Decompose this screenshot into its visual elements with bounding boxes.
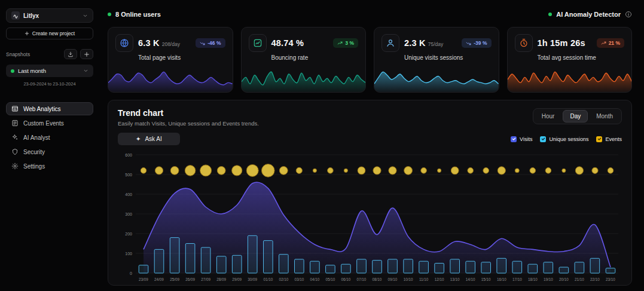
trend-subtitle: Easily match Visits, Unique sessions and…	[118, 120, 259, 127]
sidebar-item-web-analytics[interactable]: Web Analytics	[6, 102, 93, 115]
online-users-label: 8 Online users	[115, 11, 161, 18]
sidebar-nav: Web Analytics Custom Events AI Analyst S…	[6, 102, 93, 173]
sidebar-item-label: Settings	[23, 163, 45, 170]
create-project-label: Create new project	[32, 30, 75, 36]
range-button-day[interactable]: Day	[563, 110, 588, 122]
svg-text:08/10: 08/10	[373, 277, 382, 281]
svg-text:06/10: 06/10	[341, 277, 351, 281]
svg-text:12/10: 12/10	[435, 277, 444, 281]
legend-item-visits[interactable]: Visits	[511, 136, 532, 142]
sidebar-item-ai-analyst[interactable]: AI Analyst	[6, 131, 93, 144]
ask-ai-button[interactable]: ✦ Ask AI	[118, 133, 180, 145]
sidebar: Litlyx Create new project Snapshots Last…	[0, 0, 99, 291]
stat-value: 1h 15m 26s	[538, 38, 585, 48]
stat-cards-row: 6.3 K 208/day -46 % Total page visits 4	[108, 27, 632, 93]
svg-text:17/10: 17/10	[512, 277, 522, 281]
project-name: Litlyx	[23, 13, 79, 19]
legend-item-events[interactable]: Events	[596, 136, 622, 142]
svg-text:03/10: 03/10	[294, 277, 304, 281]
timer-icon	[515, 34, 533, 52]
trend-down-icon	[466, 41, 471, 46]
custom-events-icon	[11, 120, 19, 127]
stat-value: 48.74 %	[271, 38, 304, 48]
svg-text:23/10: 23/10	[606, 277, 615, 281]
stat-per-day: 208/day	[162, 41, 180, 47]
svg-text:28/09: 28/09	[216, 277, 226, 281]
stat-card-bouncing-rate: 48.74 % 3 % Bouncing rate	[241, 27, 367, 93]
info-icon[interactable]	[625, 11, 632, 18]
stat-value: 2.3 K	[404, 38, 426, 48]
ask-ai-label: Ask AI	[145, 136, 161, 142]
bounce-icon	[249, 34, 267, 52]
trend-chart-svg: 010020030040050060023/0924/0925/0926/092…	[118, 150, 623, 283]
web-analytics-icon	[11, 105, 19, 112]
svg-text:15/10: 15/10	[481, 277, 491, 281]
plus-icon	[25, 31, 29, 36]
stat-badge: 3 %	[333, 38, 358, 48]
snapshot-period-select[interactable]: Last month	[6, 65, 93, 77]
svg-text:500: 500	[125, 173, 132, 177]
visits-checkbox[interactable]	[511, 136, 517, 142]
sidebar-item-label: AI Analyst	[23, 134, 50, 141]
download-snapshot-button[interactable]	[64, 49, 77, 59]
topbar: 8 Online users AI Anomaly Detector	[108, 11, 632, 18]
stat-label: Bouncing rate	[271, 54, 366, 61]
online-status-dot	[108, 13, 111, 16]
svg-text:600: 600	[125, 153, 132, 157]
project-selector[interactable]: Litlyx	[6, 8, 93, 23]
chevron-down-icon	[83, 68, 88, 73]
card-sparkline-3	[508, 66, 632, 92]
card-sparkline-0	[108, 66, 233, 92]
stat-badge: 21 %	[597, 38, 624, 48]
check-icon	[512, 137, 516, 141]
litlyx-logo	[11, 11, 20, 20]
range-button-hour[interactable]: Hour	[535, 110, 562, 122]
snapshots-label: Snapshots	[6, 51, 61, 57]
card-sparkline-2	[374, 66, 499, 92]
svg-text:10/10: 10/10	[404, 277, 413, 281]
chevron-down-icon	[83, 13, 88, 19]
trend-panel: Trend chart Easily match Visits, Unique …	[108, 100, 632, 286]
snapshot-date-range: 23-09-2024 to 23-10-2024	[6, 81, 93, 87]
sidebar-item-label: Custom Events	[23, 120, 64, 127]
svg-text:26/09: 26/09	[185, 277, 195, 281]
globe-icon	[115, 34, 133, 52]
stat-per-day: 75/day	[428, 41, 444, 47]
svg-text:300: 300	[125, 212, 132, 216]
plus-icon	[84, 51, 90, 57]
stat-card-avg-session-time: 1h 15m 26s 21 % Total avg session time	[507, 27, 633, 93]
card-sparkline-1	[242, 66, 366, 92]
svg-text:07/10: 07/10	[357, 277, 367, 281]
security-icon	[11, 148, 19, 155]
svg-text:22/10: 22/10	[590, 277, 600, 281]
sidebar-item-label: Web Analytics	[23, 106, 61, 112]
stat-card-total-page-visits: 6.3 K 208/day -46 % Total page visits	[108, 27, 233, 93]
svg-text:13/10: 13/10	[450, 277, 460, 281]
trend-up-icon	[601, 41, 606, 46]
settings-icon	[11, 163, 19, 170]
trend-chart[interactable]: 010020030040050060023/0924/0925/0926/092…	[118, 150, 622, 283]
unique-sessions-checkbox[interactable]	[540, 136, 546, 142]
svg-text:30/09: 30/09	[248, 277, 257, 281]
check-icon	[597, 137, 602, 141]
stat-label: Total avg session time	[538, 54, 632, 61]
sidebar-item-security[interactable]: Security	[6, 145, 93, 158]
svg-text:11/10: 11/10	[419, 277, 429, 281]
create-project-button[interactable]: Create new project	[6, 27, 93, 39]
svg-text:01/10: 01/10	[263, 277, 273, 281]
svg-text:24/09: 24/09	[154, 277, 164, 281]
download-icon	[68, 51, 74, 57]
sidebar-item-settings[interactable]: Settings	[6, 160, 93, 173]
svg-text:20/10: 20/10	[559, 277, 569, 281]
legend-item-unique-sessions[interactable]: Unique sessions	[540, 136, 588, 142]
svg-text:29/09: 29/09	[232, 277, 242, 281]
events-checkbox[interactable]	[596, 136, 602, 142]
range-button-month[interactable]: Month	[589, 110, 620, 122]
range-segmented-control: Hour Day Month	[533, 108, 622, 124]
svg-text:200: 200	[125, 232, 132, 236]
sparkle-icon: ✦	[136, 136, 141, 142]
add-snapshot-button[interactable]	[80, 49, 93, 59]
stat-label: Unique visits sessions	[404, 54, 499, 61]
sidebar-item-custom-events[interactable]: Custom Events	[6, 117, 93, 130]
svg-text:02/10: 02/10	[279, 277, 288, 281]
